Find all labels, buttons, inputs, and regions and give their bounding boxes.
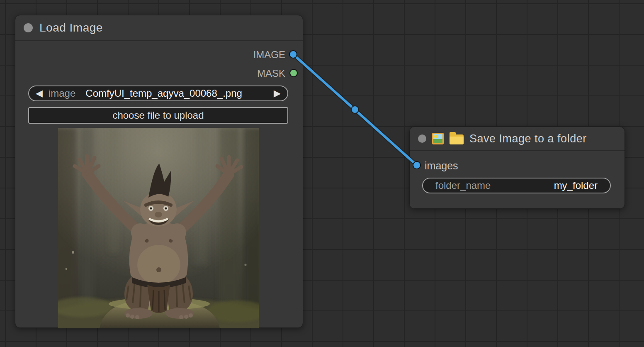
- image-combo-widget[interactable]: ◀ image ComfyUI_temp_aqyva_00068_.png ▶: [28, 86, 288, 101]
- output-image-port[interactable]: [289, 51, 297, 58]
- node-save-image-to-folder[interactable]: Save Image to a folder images folder_nam…: [409, 127, 625, 209]
- node-graph-canvas[interactable]: Load Image IMAGE MASK ◀ image ComfyUI_te…: [0, 0, 644, 347]
- load-image-title-bar[interactable]: Load Image: [15, 15, 303, 41]
- combo-prev-icon[interactable]: ◀: [36, 89, 43, 98]
- collapse-dot[interactable]: [24, 23, 33, 32]
- picture-icon: [432, 133, 444, 144]
- combo-next-icon[interactable]: ▶: [274, 89, 281, 98]
- node-title: Load Image: [39, 21, 103, 34]
- folder-icon: [450, 134, 464, 144]
- combo-label: image: [49, 88, 75, 99]
- image-preview: [58, 128, 259, 328]
- troll-preview-art: [58, 128, 259, 328]
- output-label-image: IMAGE: [253, 49, 285, 61]
- output-label-mask: MASK: [257, 67, 285, 80]
- folder-name-value: my_folder: [554, 180, 598, 191]
- input-images-port[interactable]: [413, 161, 420, 169]
- combo-value: ComfyUI_temp_aqyva_00068_.png: [85, 88, 268, 99]
- node-title: Save Image to a folder: [469, 132, 587, 145]
- save-node-title-bar[interactable]: Save Image to a folder: [410, 127, 625, 151]
- choose-file-button[interactable]: choose file to upload: [28, 107, 288, 124]
- link-midpoint-dot[interactable]: [351, 106, 359, 113]
- collapse-dot[interactable]: [418, 134, 426, 143]
- input-label-images: images: [425, 159, 458, 172]
- output-mask-port[interactable]: [290, 69, 297, 77]
- folder-name-label: folder_name: [435, 180, 491, 191]
- folder-name-widget[interactable]: folder_name my_folder: [422, 178, 611, 193]
- node-load-image[interactable]: Load Image IMAGE MASK ◀ image ComfyUI_te…: [15, 15, 303, 328]
